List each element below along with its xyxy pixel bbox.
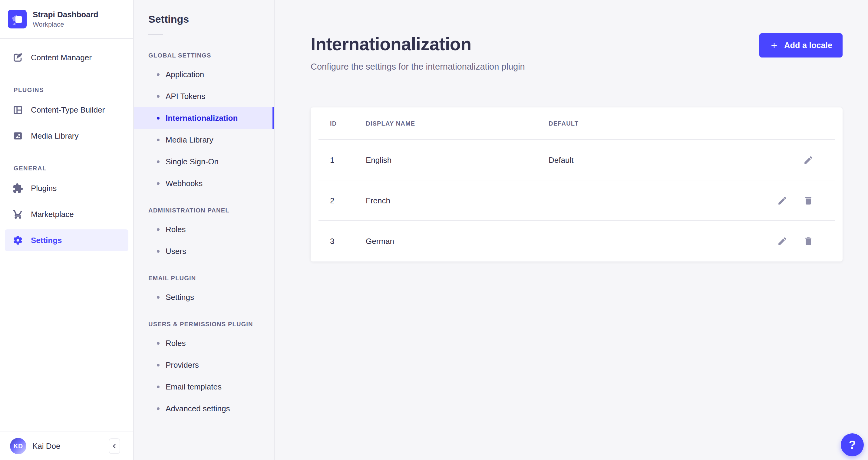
- avatar: KD: [10, 438, 26, 454]
- subnav-item-providers[interactable]: Providers: [134, 354, 274, 376]
- subnav-item-single-sign-on[interactable]: Single Sign-On: [134, 151, 274, 172]
- bullet-icon: [157, 296, 160, 299]
- subnav-item-application[interactable]: Application: [134, 64, 274, 85]
- pen-feather-icon: [13, 52, 23, 63]
- subnav-item-advanced-settings[interactable]: Advanced settings: [134, 398, 274, 420]
- cart-icon: [13, 209, 23, 220]
- sidebar-item-plugins[interactable]: Plugins: [5, 177, 128, 199]
- subnav-item-email-settings[interactable]: Settings: [134, 286, 274, 308]
- subnav-item-label: Settings: [165, 293, 194, 302]
- cell-display-name: German: [366, 237, 549, 246]
- workspace-brand[interactable]: Strapi Dashboard Workplace: [0, 0, 133, 39]
- subnav-section-administration-panel: ADMINISTRATION PANEL: [148, 207, 274, 214]
- page-header: Internationalization Configure the setti…: [275, 0, 868, 72]
- subnav-item-email-templates[interactable]: Email templates: [134, 376, 274, 398]
- pencil-icon: [777, 196, 787, 206]
- bullet-icon: [157, 228, 160, 231]
- subnav-item-media-library[interactable]: Media Library: [134, 129, 274, 151]
- sidebar-item-label: Marketplace: [31, 210, 74, 219]
- subnav-item-label: Roles: [165, 225, 186, 234]
- subnav-item-webhooks[interactable]: Webhooks: [134, 172, 274, 194]
- subnav-item-label: Webhooks: [165, 179, 203, 188]
- main-content: Internationalization Configure the setti…: [275, 0, 868, 460]
- question-mark-icon: ?: [848, 438, 856, 452]
- sidebar-item-label: Media Library: [31, 131, 79, 141]
- chevron-left-icon: [111, 442, 118, 450]
- bullet-icon: [157, 182, 160, 185]
- subnav-item-label: Roles: [165, 339, 186, 348]
- subnav-item-admin-roles[interactable]: Roles: [134, 219, 274, 240]
- trash-icon: [803, 196, 813, 206]
- sidebar-item-media-library[interactable]: Media Library: [5, 125, 128, 147]
- sidebar-item-settings[interactable]: Settings: [5, 229, 128, 251]
- subnav-item-label: Email templates: [165, 382, 222, 392]
- subnav-item-label: API Tokens: [165, 92, 205, 101]
- sidebar-item-marketplace[interactable]: Marketplace: [5, 203, 128, 225]
- edit-locale-button[interactable]: [777, 196, 787, 206]
- bullet-icon: [157, 139, 160, 141]
- collapse-sidebar-button[interactable]: [109, 438, 120, 454]
- row-actions: [803, 155, 813, 165]
- subnav-item-label: Single Sign-On: [165, 157, 219, 166]
- delete-locale-button[interactable]: [803, 196, 813, 206]
- subnav-section-users-permissions-plugin: USERS & PERMISSIONS PLUGIN: [148, 321, 274, 328]
- sidebar-section-plugins: PLUGINS: [13, 87, 128, 94]
- bullet-icon: [157, 342, 160, 345]
- sidebar-item-label: Content Manager: [31, 53, 92, 62]
- edit-locale-button[interactable]: [803, 155, 813, 165]
- subnav-item-label: Application: [165, 70, 204, 79]
- puzzle-icon: [13, 183, 23, 193]
- column-header-display-name: DISPLAY NAME: [366, 120, 549, 127]
- bullet-icon: [157, 117, 160, 120]
- delete-locale-button[interactable]: [803, 236, 813, 247]
- cell-id: 1: [330, 156, 366, 165]
- trash-icon: [803, 236, 813, 247]
- bullet-icon: [157, 95, 160, 98]
- subnav-title-divider: [148, 34, 163, 35]
- bullet-icon: [157, 160, 160, 163]
- table-header-row: ID DISPLAY NAME DEFAULT: [311, 107, 843, 140]
- column-header-default: DEFAULT: [549, 120, 813, 127]
- row-actions: [777, 196, 813, 206]
- settings-subnav: Settings GLOBAL SETTINGS Application API…: [134, 0, 275, 460]
- add-locale-button-label: Add a locale: [784, 41, 832, 50]
- bullet-icon: [157, 364, 160, 366]
- gear-icon: [13, 235, 23, 245]
- subnav-title: Settings: [148, 13, 274, 25]
- brand-title: Strapi Dashboard: [33, 10, 98, 20]
- sidebar-item-label: Content-Type Builder: [31, 105, 105, 115]
- sidebar-item-content-type-builder[interactable]: Content-Type Builder: [5, 99, 128, 121]
- pencil-icon: [803, 155, 813, 165]
- subnav-item-admin-users[interactable]: Users: [134, 240, 274, 262]
- page-subtitle: Configure the settings for the internati…: [311, 62, 843, 72]
- bullet-icon: [157, 386, 160, 388]
- bullet-icon: [157, 407, 160, 410]
- bullet-icon: [157, 73, 160, 76]
- subnav-item-label: Providers: [165, 360, 199, 370]
- sidebar-item-label: Plugins: [31, 184, 57, 193]
- subnav-item-label: Users: [165, 247, 186, 256]
- cell-id: 3: [330, 237, 366, 246]
- user-name: Kai Doe: [32, 441, 61, 451]
- column-header-id: ID: [330, 120, 366, 127]
- strapi-logo-icon: [8, 10, 27, 28]
- layout-icon: [13, 105, 23, 115]
- subnav-item-api-tokens[interactable]: API Tokens: [134, 85, 274, 107]
- plus-icon: [770, 41, 779, 50]
- edit-locale-button[interactable]: [777, 236, 787, 247]
- table-row: 1 English Default: [311, 140, 843, 180]
- subnav-section-global-settings: GLOBAL SETTINGS: [148, 52, 274, 59]
- brand-subtitle: Workplace: [33, 21, 98, 28]
- subnav-item-label: Internationalization: [165, 113, 238, 123]
- subnav-item-internationalization[interactable]: Internationalization: [134, 107, 274, 129]
- sidebar-nav: Content Manager PLUGINS Content-Type Bui…: [0, 46, 133, 251]
- subnav-item-up-roles[interactable]: Roles: [134, 332, 274, 354]
- table-row: 3 German: [311, 221, 843, 261]
- subnav-section-email-plugin: EMAIL PLUGIN: [148, 275, 274, 282]
- strapi-logo: [8, 10, 27, 28]
- image-icon: [13, 131, 23, 141]
- sidebar-item-content-manager[interactable]: Content Manager: [5, 46, 128, 68]
- help-button[interactable]: ?: [841, 433, 864, 456]
- bullet-icon: [157, 250, 160, 253]
- add-locale-button[interactable]: Add a locale: [759, 33, 843, 58]
